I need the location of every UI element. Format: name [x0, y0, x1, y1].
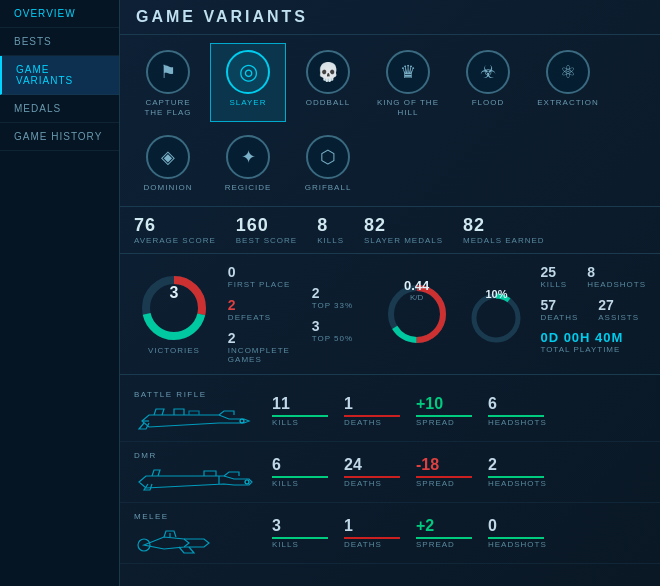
variant-slayer[interactable]: ◎ SLAYER: [210, 43, 286, 122]
br-deaths: 1 DEATHS: [344, 396, 400, 427]
dmr-kills: 6 KILLS: [272, 457, 328, 488]
sidebar-item-game-variants[interactable]: GAME VARIANTS: [0, 56, 119, 95]
king-of-hill-icon: ♛: [386, 50, 430, 94]
br-spread: +10 SPREAD: [416, 396, 472, 427]
battle-rifle-stats: 11 KILLS 1 DEATHS +10 SPREAD 6 H: [272, 396, 646, 427]
page-title: GAME VARIANTS: [120, 0, 660, 35]
stat-kills: 8 KILLS: [317, 215, 344, 245]
dmr-icon: [134, 462, 254, 498]
right-headshots: 8 HEADSHOTS: [587, 264, 646, 289]
top33-stat: 2 TOP 33%: [312, 285, 367, 310]
regicide-icon: ✦: [226, 135, 270, 179]
main-content: GAME VARIANTS ⚑ CAPTURE THE FLAG ◎ SLAYE…: [120, 0, 660, 586]
kda-donut: 0.44 K/D: [381, 264, 453, 364]
melee-headshots: 0 HEADSHOTS: [488, 518, 544, 549]
svg-point-9: [240, 419, 244, 423]
weapons-area: BATTLE RIFLE 1: [120, 375, 660, 570]
dmr-image-area: DMR: [134, 448, 264, 498]
victories-donut: 3 VICTORIES: [134, 264, 214, 364]
stat-slayer-medals: 82 SLAYER MEDALS: [364, 215, 443, 245]
variant-icons-row: ⚑ CAPTURE THE FLAG ◎ SLAYER 💀 ODDBALL ♛ …: [120, 35, 660, 207]
variant-king-of-the-hill[interactable]: ♛ KING OF THE HILL: [370, 43, 446, 122]
dmr-spread: -18 SPREAD: [416, 457, 472, 488]
sidebar-item-overview[interactable]: OVERVIEW: [0, 0, 119, 28]
right-deaths: 57 DEATHS: [540, 297, 578, 322]
right-kills: 25 KILLS: [540, 264, 567, 289]
stat-medals-earned: 82 MEDALS EARNED: [463, 215, 544, 245]
weapon-row-melee: MELEE 3 KILLS: [120, 503, 660, 564]
extraction-icon: ⚛: [546, 50, 590, 94]
flood-icon: ☣: [466, 50, 510, 94]
weapon-row-dmr: DMR 6 KILLS: [120, 442, 660, 503]
total-playtime: 0D 00H 40M TOTAL PLAYTIME: [540, 330, 623, 354]
br-headshots: 6 HEADSHOTS: [488, 396, 544, 427]
incomplete-games-stat: 2 INCOMPLETE GAMES: [228, 330, 298, 364]
svg-point-6: [474, 296, 518, 340]
variant-dominion[interactable]: ◈ DOMINION: [130, 128, 206, 198]
variant-regicide[interactable]: ✦ REGICIDE: [210, 128, 286, 198]
sidebar: OVERVIEW BESTS GAME VARIANTS MEDALS GAME…: [0, 0, 120, 586]
stats-area: 3 VICTORIES 0 FIRST PLACE 2 DEFEATS 2 IN…: [120, 254, 660, 375]
br-kills: 11 KILLS: [272, 396, 328, 427]
grifball-icon: ⬡: [306, 135, 350, 179]
variant-flood[interactable]: ☣ FLOOD: [450, 43, 526, 122]
variant-grifball[interactable]: ⬡ GRIFBALL: [290, 128, 366, 198]
pct-donut: 10%: [467, 272, 527, 364]
wd-stats: 0 FIRST PLACE 2 DEFEATS 2 INCOMPLETE GAM…: [228, 264, 298, 364]
weapon-row-battle-rifle: BATTLE RIFLE 1: [120, 381, 660, 442]
sidebar-item-game-history[interactable]: GAME HISTORY: [0, 123, 119, 151]
svg-point-10: [245, 480, 249, 484]
first-place-stat: 0 FIRST PLACE: [228, 264, 298, 289]
variant-extraction[interactable]: ⚛ EXTRACTION: [530, 43, 606, 122]
right-assists: 27 ASSISTS: [598, 297, 639, 322]
dominion-icon: ◈: [146, 135, 190, 179]
top-stats: 2 TOP 33% 3 TOP 50%: [312, 264, 367, 364]
sidebar-item-bests[interactable]: BESTS: [0, 28, 119, 56]
dmr-deaths: 24 DEATHS: [344, 457, 400, 488]
right-stats: 25 KILLS 8 HEADSHOTS 57 DEATHS 27 ASSIST…: [540, 264, 646, 364]
melee-kills: 3 KILLS: [272, 518, 328, 549]
stat-average-score: 76 AVERAGE SCORE: [134, 215, 216, 245]
capture-the-flag-icon: ⚑: [146, 50, 190, 94]
battle-rifle-icon: [134, 401, 254, 437]
melee-deaths: 1 DEATHS: [344, 518, 400, 549]
sidebar-item-medals[interactable]: MEDALS: [0, 95, 119, 123]
dmr-headshots: 2 HEADSHOTS: [488, 457, 544, 488]
melee-spread: +2 SPREAD: [416, 518, 472, 549]
defeats-stat: 2 DEFEATS: [228, 297, 298, 322]
variant-oddball[interactable]: 💀 ODDBALL: [290, 43, 366, 122]
stats-bar: 76 AVERAGE SCORE 160 BEST SCORE 8 KILLS …: [120, 207, 660, 254]
melee-image-area: MELEE: [134, 509, 264, 559]
dmr-stats: 6 KILLS 24 DEATHS -18 SPREAD 2 H: [272, 457, 646, 488]
oddball-icon: 💀: [306, 50, 350, 94]
melee-stats: 3 KILLS 1 DEATHS +2 SPREAD 0 HEA: [272, 518, 646, 549]
melee-icon: [134, 523, 254, 559]
battle-rifle-image-area: BATTLE RIFLE: [134, 387, 264, 437]
top50-stat: 3 TOP 50%: [312, 318, 367, 343]
variant-capture-the-flag[interactable]: ⚑ CAPTURE THE FLAG: [130, 43, 206, 122]
slayer-icon: ◎: [226, 50, 270, 94]
stat-best-score: 160 BEST SCORE: [236, 215, 297, 245]
